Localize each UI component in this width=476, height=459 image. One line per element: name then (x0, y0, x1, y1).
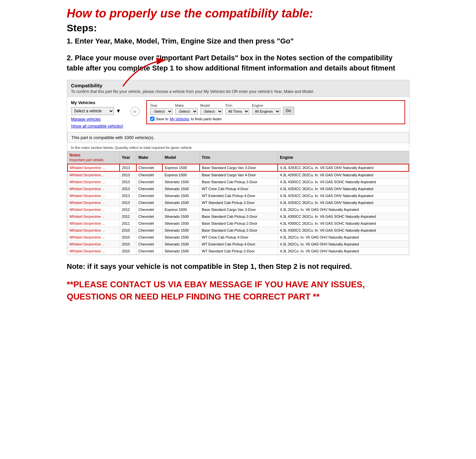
col-notes: Notes Important part details (68, 151, 120, 164)
notes-cell: Mfrlabel:Serpentine ... (68, 192, 120, 199)
data-cell: Silverado 1500 (162, 186, 200, 192)
table-row: Mfrlabel:Serpentine ...2013ChevroletSilv… (68, 192, 409, 199)
model-field: Model -Select- (200, 103, 223, 115)
or-divider: or (130, 107, 140, 116)
data-cell: 2013 (120, 164, 136, 171)
data-cell: 4.3L 262Cu. In. V6 GAS OHV Naturally Asp… (278, 234, 408, 241)
trim-select[interactable]: All Trims (225, 108, 249, 115)
data-cell: 4.3L 4300CC 262Cu. In. V6 GAS SOHC Natur… (278, 227, 408, 234)
model-label: Model (200, 103, 223, 107)
data-cell: 2010 (120, 241, 136, 248)
data-cell: 2011 (120, 220, 136, 227)
data-cell: Chevrolet (136, 248, 163, 255)
data-cell: 2012 (120, 206, 136, 213)
data-cell: 4.3L 4293CC 262Cu. In. V6 GAS OHV Natura… (278, 192, 408, 199)
table-header-row: Notes Important part details Year Make M… (68, 151, 409, 164)
trim-field: Trim All Trims (225, 103, 249, 115)
compat-tbody: Mfrlabel:Serpentine ...2013ChevroletExpr… (68, 164, 409, 255)
table-row: Mfrlabel:Serpentine ...2013ChevroletSilv… (68, 199, 409, 206)
engine-label: Engine (252, 103, 280, 107)
compat-subtext: To confirm that this part fits your vehi… (71, 89, 405, 94)
model-select[interactable]: -Select- (200, 108, 223, 115)
save-checkbox-row: Save to My Vehicles to finds parts faste… (150, 117, 401, 121)
data-cell: 4.3L 4300CC 262Cu. In. V6 GAS SOHC Natur… (278, 179, 408, 186)
select-vehicle-dropdown[interactable]: Select a vehicle (71, 107, 114, 115)
data-cell: 2013 (120, 199, 136, 206)
table-row: Mfrlabel:Serpentine ...2010ChevroletSilv… (68, 248, 409, 255)
data-cell: 4.3L 4293CC 262Cu. In. V6 GAS OHV Natura… (278, 171, 408, 179)
my-vehicles-link[interactable]: My Vehicles (170, 117, 189, 121)
notes-cell: Mfrlabel:Serpentine ... (68, 164, 120, 171)
dropdown-arrow-icon: ▼ (116, 108, 121, 114)
data-cell: 4.3L 4293CC 262Cu. In. V6 GAS OHV Natura… (278, 186, 408, 192)
main-title: How to properly use the compatibility ta… (67, 7, 409, 20)
manage-vehicles-link[interactable]: Manage vehicles (71, 117, 124, 122)
data-cell: 2013 (120, 179, 136, 186)
col-trim: Trim (200, 151, 278, 164)
col-engine: Engine (278, 151, 408, 164)
select-vehicle-row: Select a vehicle ▼ (71, 107, 124, 115)
data-cell: Base Standard Cab Pickup 2-Door (200, 213, 278, 220)
table-row: Mfrlabel:Serpentine ...2013ChevroletSilv… (68, 179, 409, 186)
make-label: Make (175, 103, 198, 107)
data-cell: 4.3L 4293CC 262Cu. In. V6 GAS OHV Natura… (278, 199, 408, 206)
data-cell: Base Standard Cargo Van 3-Door (200, 164, 278, 171)
data-cell: Silverado 1500 (162, 192, 200, 199)
show-all-link[interactable]: [show all compatible vehicles] (71, 124, 123, 129)
data-cell: Chevrolet (136, 171, 163, 179)
data-cell: Chevrolet (136, 227, 163, 234)
data-cell: Silverado 1500 (162, 179, 200, 186)
data-cell: 4.3L 4300CC 262Cu. In. V6 GAS SOHC Natur… (278, 213, 408, 220)
notes-cell: Mfrlabel:Serpentine ... (68, 179, 120, 186)
table-row: Mfrlabel:Serpentine ...2012ChevroletExpr… (68, 206, 409, 213)
data-cell: Chevrolet (136, 220, 163, 227)
data-cell: Base Standard Cargo Van 3-Door (200, 206, 278, 213)
data-cell: Base Standard Cargo Van 4-Door (200, 171, 278, 179)
data-cell: Chevrolet (136, 192, 163, 199)
save-text-prefix: Save to (156, 117, 168, 121)
data-cell: 2013 (120, 186, 136, 192)
data-cell: Chevrolet (136, 164, 163, 171)
data-cell: Chevrolet (136, 241, 163, 248)
data-cell: 2010 (120, 248, 136, 255)
data-cell: 2013 (120, 192, 136, 199)
data-cell: Chevrolet (136, 213, 163, 220)
compat-banner: This part is compatible with 1000 vehicl… (67, 132, 409, 143)
vehicle-form-box: Year -Select- Make -Select- Model (146, 100, 405, 124)
go-button[interactable]: Go (283, 107, 294, 115)
year-select[interactable]: -Select- (150, 108, 173, 115)
notes-cell: Mfrlabel:Serpentine ... (68, 186, 120, 192)
table-row: Mfrlabel:Serpentine ...2012ChevroletSilv… (68, 213, 409, 220)
steps-heading: Steps: (67, 22, 409, 34)
col-year: Year (120, 151, 136, 164)
data-cell: Silverado 1500 (162, 213, 200, 220)
vehicle-form-row: Year -Select- Make -Select- Model (150, 103, 401, 115)
compat-note: In the notes section below, Quantity ref… (67, 144, 409, 151)
notes-cell: Mfrlabel:Serpentine ... (68, 220, 120, 227)
trim-label: Trim (225, 103, 249, 107)
data-cell: Chevrolet (136, 179, 163, 186)
data-cell: WT Standard Cab Pickup 2-Door (200, 248, 278, 255)
compat-body: My Vehicles Select a vehicle ▼ Manage ve… (67, 97, 409, 132)
save-checkbox[interactable] (150, 117, 154, 121)
data-cell: WT Crew Cab Pickup 4-Door (200, 186, 278, 192)
engine-field: Engine All Engines (252, 103, 280, 115)
notes-cell: Mfrlabel:Serpentine ... (68, 248, 120, 255)
data-cell: Silverado 1500 (162, 234, 200, 241)
compat-heading: Compatibility (71, 83, 405, 88)
table-row: Mfrlabel:Serpentine...2013ChevroletExpre… (68, 171, 409, 179)
notes-cell: Mfrlabel:Serpentine ... (68, 241, 120, 248)
compat-box: Compatibility To confirm that this part … (67, 80, 409, 255)
data-cell: 2012 (120, 213, 136, 220)
notes-cell: Mfrlabel:Serpentine ... (68, 227, 120, 234)
engine-select[interactable]: All Engines (252, 108, 280, 115)
notes-cell: Mfrlabel:Serpentine ... (68, 213, 120, 220)
data-cell: 4.3L 262Cu. In. V6 GAS OHV Naturally Asp… (278, 241, 408, 248)
step2-text: 2. Place your mouse over "Important Part… (67, 53, 409, 73)
my-vehicles-section: My Vehicles Select a vehicle ▼ Manage ve… (71, 100, 124, 129)
data-cell: Silverado 1500 (162, 248, 200, 255)
make-select[interactable]: -Select- (175, 108, 198, 115)
table-row: Mfrlabel:Serpentine ...2010ChevroletSilv… (68, 234, 409, 241)
make-field: Make -Select- (175, 103, 198, 115)
my-vehicles-heading: My Vehicles (71, 100, 124, 105)
